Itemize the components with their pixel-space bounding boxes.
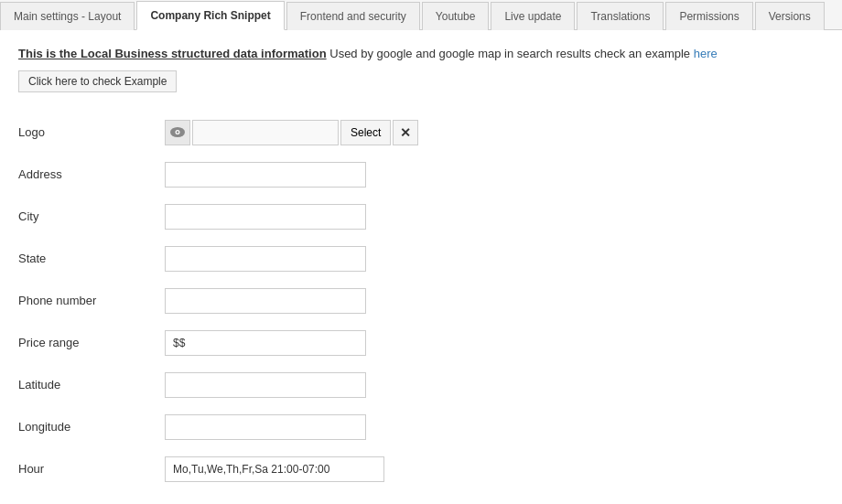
address-input[interactable]: [165, 162, 366, 188]
form-section: Logo Select ✕: [18, 120, 824, 482]
info-text: This is the Local Business structured da…: [18, 45, 824, 63]
city-label: City: [18, 209, 165, 223]
phone-number-row: Phone number: [18, 288, 824, 314]
tab-youtube[interactable]: Youtube: [422, 2, 490, 30]
phone-number-label: Phone number: [18, 294, 165, 307]
logo-text-input[interactable]: [192, 120, 339, 145]
check-example-button[interactable]: Click here to check Example: [18, 70, 177, 92]
tab-translations[interactable]: Translations: [577, 2, 664, 30]
price-range-label: Price range: [18, 336, 165, 349]
longitude-input[interactable]: [165, 414, 366, 440]
tabs-bar: Main settings - Layout Company Rich Snip…: [0, 0, 842, 30]
tab-main-settings[interactable]: Main settings - Layout: [0, 2, 135, 30]
tab-company-rich-snippet[interactable]: Company Rich Snippet: [136, 1, 284, 30]
logo-row: Logo Select ✕: [18, 120, 824, 145]
city-row: City: [18, 204, 824, 230]
longitude-label: Longitude: [18, 420, 165, 434]
state-input[interactable]: [165, 246, 366, 272]
city-input[interactable]: [165, 204, 366, 230]
latitude-label: Latitude: [18, 378, 165, 391]
phone-number-input[interactable]: [165, 288, 366, 314]
state-label: State: [18, 252, 165, 265]
logo-select-button[interactable]: Select: [340, 120, 391, 145]
logo-clear-button[interactable]: ✕: [393, 120, 418, 145]
price-range-row: Price range: [18, 330, 824, 356]
price-range-input[interactable]: [165, 330, 366, 356]
content-area: This is the Local Business structured da…: [0, 30, 842, 504]
tab-frontend-security[interactable]: Frontend and security: [286, 2, 420, 30]
logo-wrapper: Select ✕: [165, 120, 418, 145]
hour-input[interactable]: [165, 456, 384, 482]
hour-row: Hour: [18, 456, 824, 482]
address-label: Address: [18, 167, 165, 181]
tab-permissions[interactable]: Permissions: [665, 2, 752, 30]
logo-label: Logo: [18, 125, 165, 139]
latitude-input[interactable]: [165, 372, 366, 398]
address-row: Address: [18, 162, 824, 188]
longitude-row: Longitude: [18, 414, 824, 440]
logo-eye-icon[interactable]: [165, 120, 190, 145]
tab-live-update[interactable]: Live update: [491, 2, 575, 30]
example-link[interactable]: here: [694, 47, 718, 60]
state-row: State: [18, 246, 824, 272]
tab-versions[interactable]: Versions: [755, 2, 825, 30]
svg-point-2: [177, 131, 178, 133]
hour-label: Hour: [18, 462, 165, 476]
latitude-row: Latitude: [18, 372, 824, 398]
